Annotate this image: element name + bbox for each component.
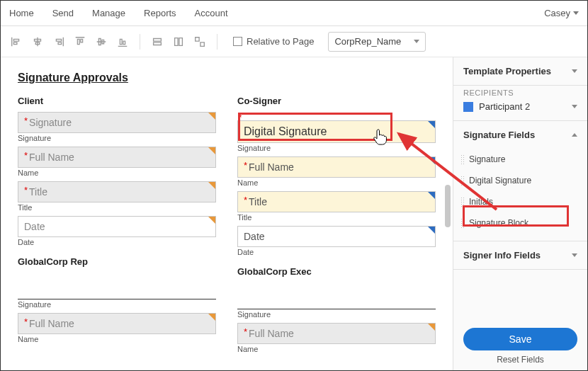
rep-name-field[interactable]: * Full Name [18, 313, 216, 334]
field-label: Name [18, 169, 216, 177]
grip-icon [460, 197, 464, 207]
signature-fields-header[interactable]: Signature Fields [453, 121, 587, 149]
client-title-field[interactable]: * Title [18, 181, 216, 202]
chevron-down-icon [414, 40, 419, 43]
field-label: Signature [237, 144, 436, 152]
corner-marker-icon [208, 314, 215, 321]
field-initials[interactable]: Initials [453, 191, 587, 212]
client-signature-field[interactable]: * Signature [18, 112, 216, 133]
grip-icon [460, 154, 464, 164]
save-button[interactable]: Save [463, 328, 577, 350]
client-head: Client [18, 96, 216, 106]
corner-marker-icon [428, 324, 435, 331]
grip-icon [460, 176, 464, 186]
field-name-dropdown[interactable]: CorpRep_Name [328, 32, 426, 52]
align-center-h-icon[interactable] [30, 35, 45, 49]
grip-icon [460, 218, 464, 228]
corner-marker-icon [428, 192, 435, 199]
checkbox-icon[interactable] [233, 37, 242, 46]
signature-line [18, 284, 216, 299]
cosigner-date-field[interactable]: Date [237, 226, 436, 247]
page-title: Signature Approvals [18, 72, 436, 84]
recipients-label: RECIPIENTS [463, 89, 577, 97]
cosigner-head: Co-Signer [237, 96, 436, 106]
required-icon: * [24, 115, 28, 126]
main: Signature Approvals Client * Signature S… [1, 57, 587, 370]
rep-head: GlobalCorp Rep [18, 256, 216, 267]
corner-marker-icon [208, 113, 215, 120]
field-label: Date [18, 238, 216, 246]
client-name-field[interactable]: * Full Name [18, 147, 216, 168]
nav-send[interactable]: Send [52, 8, 74, 18]
required-icon: * [24, 185, 28, 195]
required-icon: * [24, 150, 28, 161]
exec-head: GlobalCorp Exec [237, 266, 436, 277]
cosigner-signature-field[interactable]: Digital Signature [237, 120, 436, 143]
match-size-icon[interactable] [193, 35, 207, 49]
client-column: Client * Signature Signature * Full Name [18, 96, 216, 358]
cosigner-title-field[interactable]: * Title [237, 191, 436, 212]
chevron-down-icon [572, 69, 577, 73]
cosigner-name-field[interactable]: * Full Name [237, 156, 436, 178]
match-width-icon[interactable] [150, 35, 164, 49]
field-label: Name [237, 178, 436, 187]
toolbar-separator [140, 34, 140, 50]
exec-name-field[interactable]: * Full Name [237, 323, 436, 344]
toolbar-separator [217, 34, 217, 50]
nav-manage[interactable]: Manage [92, 8, 125, 18]
relative-to-label: Relative to Page [247, 36, 314, 47]
chevron-down-icon [572, 105, 577, 108]
reset-fields-link[interactable]: Reset Fields [453, 355, 587, 365]
recipient-color-icon [463, 102, 473, 112]
field-label: Date [237, 248, 436, 256]
align-middle-v-icon[interactable] [94, 35, 108, 49]
corner-marker-icon [428, 157, 435, 164]
user-menu[interactable]: Casey [544, 8, 579, 18]
nav-home[interactable]: Home [9, 8, 34, 18]
scrollbar-thumb[interactable] [445, 185, 451, 227]
corner-marker-icon [208, 182, 215, 189]
corner-marker-icon [208, 217, 215, 224]
signature-fields-list: Signature Digital Signature Initials Sig… [453, 149, 587, 241]
chevron-down-icon [573, 11, 579, 15]
field-label: Name [237, 345, 436, 353]
chevron-up-icon [572, 133, 577, 137]
field-label: Title [237, 213, 436, 222]
required-icon: * [244, 195, 247, 205]
dropdown-value: CorpRep_Name [334, 36, 401, 47]
corner-marker-icon [428, 121, 435, 128]
cosigner-column: Co-Signer * Digital Signature Signature … [237, 96, 436, 358]
sidebar: Template Properties RECIPIENTS Participa… [453, 57, 587, 370]
field-signature-block[interactable]: Signature Block [453, 212, 587, 234]
required-icon: * [24, 316, 28, 327]
field-label: Signature [237, 310, 436, 319]
toolbar: Relative to Page CorpRep_Name [1, 26, 587, 57]
signature-line [237, 294, 436, 309]
align-top-icon[interactable] [73, 35, 87, 49]
template-properties-header[interactable]: Template Properties [453, 57, 587, 85]
top-nav: Home Send Manage Reports Account Casey [1, 1, 587, 26]
chevron-down-icon [572, 253, 577, 257]
relative-to-page[interactable]: Relative to Page [233, 36, 314, 47]
field-digital-signature[interactable]: Digital Signature [453, 170, 587, 191]
canvas: Signature Approvals Client * Signature S… [1, 57, 453, 370]
align-right-icon[interactable] [52, 35, 66, 49]
nav-account[interactable]: Account [195, 8, 228, 18]
field-label: Signature [18, 300, 216, 309]
match-height-icon[interactable] [171, 35, 186, 49]
field-label: Title [18, 203, 216, 212]
client-date-field[interactable]: Date [18, 216, 216, 237]
required-icon: * [244, 160, 247, 171]
recipient-selector[interactable]: Participant 2 [463, 101, 577, 112]
user-name: Casey [544, 8, 570, 18]
signer-info-fields-header[interactable]: Signer Info Fields [453, 241, 587, 269]
field-signature[interactable]: Signature [453, 149, 587, 170]
field-label: Name [18, 335, 216, 343]
corner-marker-icon [428, 227, 435, 234]
required-icon: * [244, 326, 247, 337]
corner-marker-icon [208, 147, 215, 154]
align-bottom-icon[interactable] [115, 35, 130, 49]
nav-reports[interactable]: Reports [144, 8, 176, 18]
align-left-icon[interactable] [9, 35, 23, 49]
field-label: Signature [18, 134, 216, 142]
